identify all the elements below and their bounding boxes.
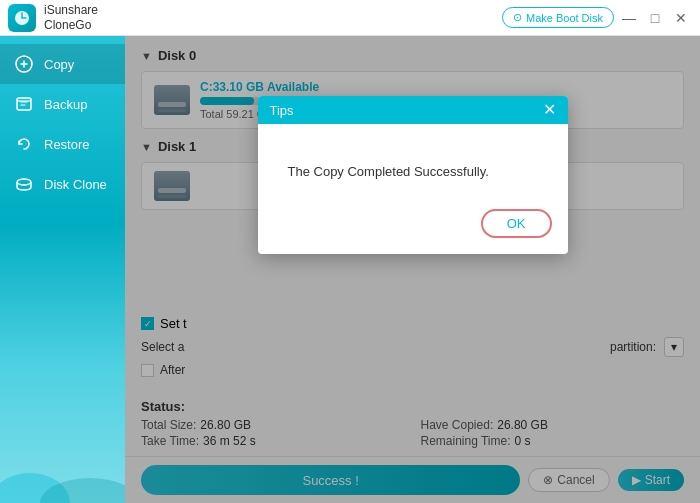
main-layout: Copy Backup Restore	[0, 36, 700, 503]
copy-label: Copy	[44, 57, 74, 72]
modal-header: Tips ✕	[258, 96, 568, 124]
title-bar-right: ⊙ Make Boot Disk — □ ✕	[502, 7, 692, 29]
modal-overlay: Tips ✕ The Copy Completed Successfully. …	[125, 36, 700, 503]
sidebar-item-restore[interactable]: Restore	[0, 124, 125, 164]
minimize-button[interactable]: —	[618, 7, 640, 29]
svg-rect-2	[17, 98, 31, 110]
backup-icon	[14, 94, 34, 114]
diskclone-icon	[14, 174, 34, 194]
diskclone-label: Disk Clone	[44, 177, 107, 192]
modal-message: The Copy Completed Successfully.	[288, 164, 538, 179]
sidebar-item-copy[interactable]: Copy	[0, 44, 125, 84]
sidebar-item-diskclone[interactable]: Disk Clone	[0, 164, 125, 204]
cd-icon: ⊙	[513, 11, 522, 24]
copy-icon	[14, 54, 34, 74]
backup-label: Backup	[44, 97, 87, 112]
tips-modal: Tips ✕ The Copy Completed Successfully. …	[258, 96, 568, 254]
sidebar: Copy Backup Restore	[0, 36, 125, 503]
content-area: ▼ Disk 0 C:33.10 GB Available Total 59.2…	[125, 36, 700, 503]
modal-footer: OK	[258, 199, 568, 254]
sidebar-item-backup[interactable]: Backup	[0, 84, 125, 124]
restore-label: Restore	[44, 137, 90, 152]
maximize-button[interactable]: □	[644, 7, 666, 29]
app-logo	[8, 4, 36, 32]
modal-title: Tips	[270, 103, 294, 118]
restore-icon	[14, 134, 34, 154]
app-title: iSunshare CloneGo	[44, 3, 98, 32]
modal-body: The Copy Completed Successfully.	[258, 124, 568, 199]
make-boot-button[interactable]: ⊙ Make Boot Disk	[502, 7, 614, 28]
modal-close-button[interactable]: ✕	[543, 102, 556, 118]
title-bar-left: iSunshare CloneGo	[8, 3, 98, 32]
ok-button[interactable]: OK	[481, 209, 552, 238]
svg-point-3	[17, 179, 31, 185]
title-bar: iSunshare CloneGo ⊙ Make Boot Disk — □ ✕	[0, 0, 700, 36]
close-button[interactable]: ✕	[670, 7, 692, 29]
